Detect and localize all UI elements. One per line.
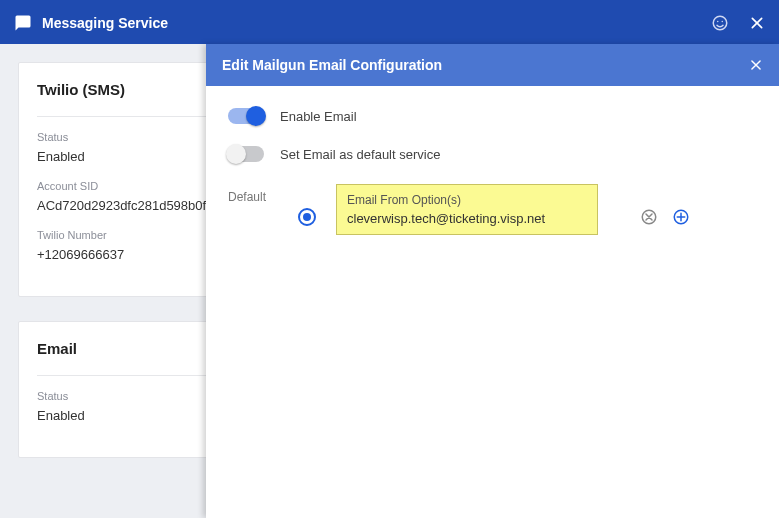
enable-email-toggle[interactable] bbox=[228, 108, 264, 124]
svg-point-0 bbox=[713, 16, 727, 30]
default-service-row: Set Email as default service bbox=[228, 146, 757, 162]
page-title: Messaging Service bbox=[42, 15, 168, 31]
edit-mailgun-panel: Edit Mailgun Email Configuration Enable … bbox=[206, 44, 779, 518]
main-header: Messaging Service bbox=[0, 0, 779, 44]
default-label: Default bbox=[228, 184, 278, 204]
svg-point-1 bbox=[717, 21, 719, 23]
smiley-icon[interactable] bbox=[711, 14, 729, 32]
remove-email-icon[interactable] bbox=[640, 208, 658, 226]
row-actions bbox=[640, 184, 690, 226]
enable-email-row: Enable Email bbox=[228, 108, 757, 124]
default-service-label: Set Email as default service bbox=[280, 147, 440, 162]
email-from-title: Email From Option(s) bbox=[347, 193, 587, 207]
panel-title: Edit Mailgun Email Configuration bbox=[222, 57, 442, 73]
add-email-icon[interactable] bbox=[672, 208, 690, 226]
main-header-left: Messaging Service bbox=[14, 14, 168, 32]
panel-header: Edit Mailgun Email Configuration bbox=[206, 44, 779, 86]
svg-point-2 bbox=[722, 21, 724, 23]
panel-close-icon[interactable] bbox=[749, 58, 763, 72]
enable-email-label: Enable Email bbox=[280, 109, 357, 124]
email-from-box[interactable]: Email From Option(s) cleverwisp.tech@tic… bbox=[336, 184, 598, 235]
main-header-right bbox=[711, 14, 765, 32]
default-email-row: Default Email From Option(s) cleverwisp.… bbox=[228, 184, 757, 235]
close-icon[interactable] bbox=[749, 15, 765, 31]
default-radio[interactable] bbox=[298, 208, 316, 226]
default-service-toggle[interactable] bbox=[228, 146, 264, 162]
messaging-icon bbox=[14, 14, 32, 32]
default-radio-col bbox=[298, 184, 316, 226]
email-from-value: cleverwisp.tech@ticketing.visp.net bbox=[347, 211, 587, 226]
panel-body: Enable Email Set Email as default servic… bbox=[206, 86, 779, 257]
